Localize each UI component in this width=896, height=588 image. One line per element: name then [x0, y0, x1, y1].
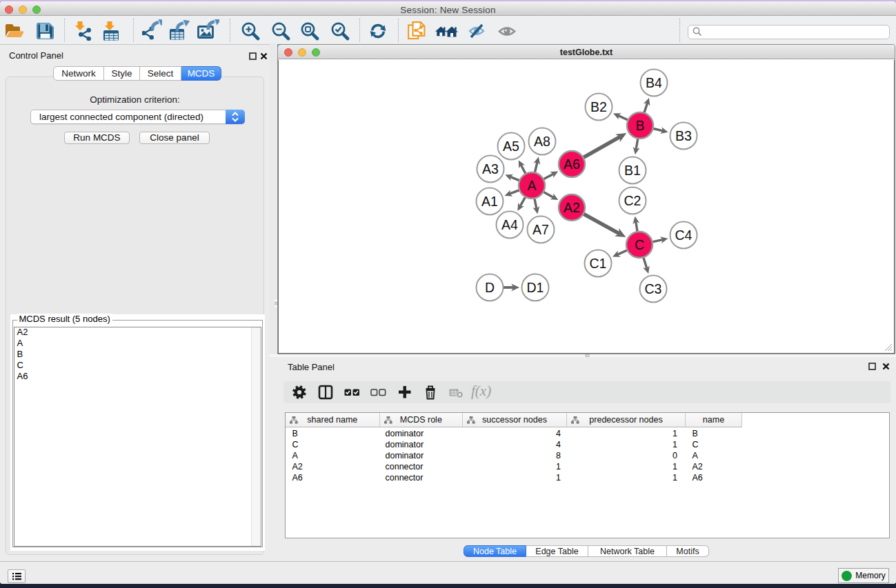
svg-text:A1: A1	[481, 194, 498, 209]
svg-text:B4: B4	[646, 75, 662, 90]
svg-text:D1: D1	[527, 280, 544, 295]
svg-text:B1: B1	[624, 163, 641, 178]
svg-text:A8: A8	[534, 134, 550, 149]
svg-text:B: B	[635, 118, 644, 133]
svg-text:D: D	[485, 280, 495, 295]
svg-text:C1: C1	[590, 256, 607, 271]
svg-text:A4: A4	[501, 217, 518, 232]
svg-text:A3: A3	[482, 161, 499, 176]
svg-text:B2: B2	[590, 99, 607, 114]
svg-text:C2: C2	[624, 193, 641, 208]
svg-text:C: C	[635, 237, 644, 252]
svg-text:C3: C3	[645, 281, 662, 296]
svg-text:B3: B3	[675, 128, 692, 143]
svg-text:A5: A5	[503, 139, 519, 154]
svg-text:A2: A2	[564, 200, 580, 215]
svg-text:A6: A6	[564, 156, 580, 172]
svg-text:A7: A7	[532, 222, 549, 237]
svg-text:C4: C4	[675, 227, 693, 243]
svg-text:A: A	[527, 178, 536, 193]
